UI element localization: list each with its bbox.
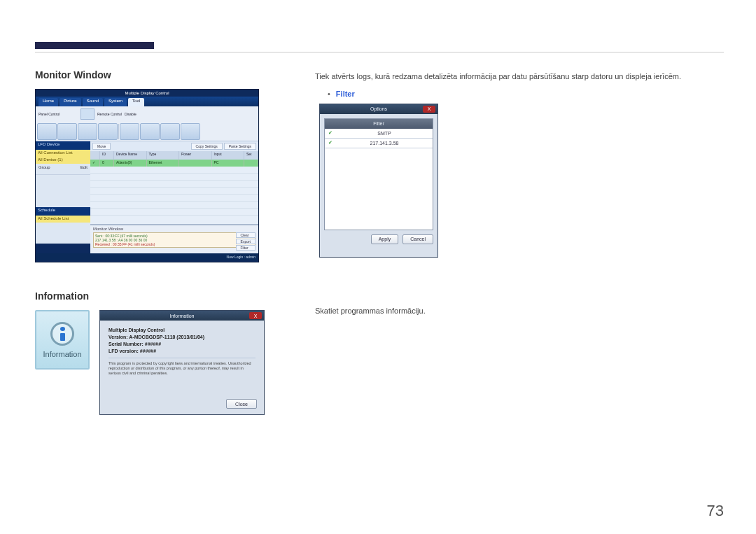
filter-row[interactable]: ✔ SMTP bbox=[325, 129, 433, 139]
sidebar-lfd-header[interactable]: LFD Device bbox=[36, 141, 90, 150]
info-dialog-title-text: Information bbox=[169, 314, 194, 318]
reset-system-button[interactable] bbox=[78, 123, 97, 140]
section-title-information: Information bbox=[35, 290, 294, 302]
sidebar: LFD Device All Connection List All Devic… bbox=[36, 141, 90, 253]
filter-row-label: 217.141.3.58 bbox=[336, 141, 433, 146]
tab-home[interactable]: Home bbox=[38, 98, 58, 106]
sidebar-all-connection[interactable]: All Connection List bbox=[36, 150, 90, 157]
disclaimer-text: This program is protected by copyright l… bbox=[108, 358, 255, 376]
close-button[interactable]: X bbox=[249, 312, 262, 319]
product-name: Multiple Display Control bbox=[108, 328, 255, 332]
info-icon bbox=[50, 322, 74, 346]
table-header: ID Device Name Type Power Input Set bbox=[90, 151, 258, 160]
monitor-window-description: Tiek atvērts logs, kurā redzama detalizē… bbox=[315, 71, 724, 83]
status-login: Now Login : admin bbox=[227, 255, 255, 259]
paste-settings-button[interactable]: Paste Settings bbox=[224, 143, 256, 150]
filter-row[interactable]: ✔ 217.141.3.58 bbox=[325, 139, 433, 148]
check-icon: ✔ bbox=[325, 130, 336, 136]
panel-control-field[interactable] bbox=[80, 108, 94, 120]
filter-dialog-title: Options X bbox=[320, 104, 438, 114]
section-title-monitor: Monitor Window bbox=[35, 69, 294, 80]
filter-dialog-buttons: Apply Cancel bbox=[324, 234, 433, 244]
filter-button[interactable]: Filter bbox=[236, 245, 255, 251]
monitor-window-button[interactable] bbox=[160, 123, 180, 140]
sidebar-group[interactable]: Group Edit bbox=[36, 164, 90, 175]
table-row-empty bbox=[90, 188, 258, 195]
cell-device: Atlantis(0) bbox=[114, 160, 147, 167]
group-label: Group bbox=[38, 165, 50, 169]
th-set[interactable]: Set bbox=[244, 151, 258, 160]
th-power[interactable]: Power bbox=[179, 151, 212, 160]
reset-all-button[interactable] bbox=[98, 123, 118, 140]
version-line: Version: A-MDCBGDSP-1110 (2013/01/04) bbox=[108, 335, 255, 339]
info-dialog-title: Information X bbox=[100, 311, 264, 321]
ribbon-sep bbox=[118, 124, 119, 139]
header-accent bbox=[35, 42, 154, 49]
sidebar-all-device[interactable]: All Device (1) bbox=[36, 157, 90, 164]
reset-sound-button[interactable] bbox=[57, 123, 77, 140]
monitor-log[interactable]: Sent : 00:33:FF (67 milli seconds) 217.1… bbox=[93, 232, 255, 248]
reset-picture-button[interactable] bbox=[37, 123, 57, 140]
table-row[interactable]: ✓ 0 Atlantis(0) Ethernet PC bbox=[90, 160, 258, 167]
edit-button[interactable]: Edit bbox=[80, 165, 88, 169]
option-button[interactable] bbox=[120, 123, 139, 140]
tab-tool[interactable]: Tool bbox=[128, 98, 144, 106]
information-description: Skatiet programmas informāciju. bbox=[315, 305, 724, 317]
sidebar-spacer2 bbox=[36, 223, 90, 244]
sidebar-all-schedule[interactable]: All Schedule List bbox=[36, 216, 90, 223]
monitor-panel-title: Monitor Window bbox=[90, 225, 258, 232]
information-dialog: Information X Multiple Display Control V… bbox=[99, 310, 265, 415]
disable-label: Disable bbox=[125, 112, 136, 116]
bullet-icon bbox=[328, 90, 330, 98]
tab-picture[interactable]: Picture bbox=[59, 98, 81, 106]
cell-input: PC bbox=[212, 160, 245, 167]
th-id[interactable]: ID bbox=[100, 151, 114, 160]
close-button[interactable]: X bbox=[423, 106, 435, 113]
table-row-empty bbox=[90, 167, 258, 174]
cell-power bbox=[179, 160, 212, 167]
filter-table: Filter ✔ SMTP ✔ 217.141.3.58 bbox=[324, 118, 433, 230]
export-button[interactable]: Export bbox=[236, 239, 255, 244]
main-panel: Move Copy Settings Paste Settings ID Dev… bbox=[90, 141, 258, 253]
edit-column-button[interactable] bbox=[140, 123, 160, 140]
header-rule bbox=[35, 52, 724, 52]
table-row-empty bbox=[90, 209, 258, 216]
sidebar-spacer bbox=[36, 175, 90, 207]
tab-sound[interactable]: Sound bbox=[83, 98, 103, 106]
th-device[interactable]: Device Name bbox=[114, 151, 147, 160]
tab-system[interactable]: System bbox=[104, 98, 127, 106]
log-addr2: 217.141.3.58 : 8A 36 00 00 36 00 AA FF 0… bbox=[95, 246, 182, 248]
cell-id: 0 bbox=[100, 160, 114, 167]
cell-set bbox=[244, 160, 258, 167]
filter-label: Filter bbox=[336, 90, 355, 98]
th-input[interactable]: Input bbox=[212, 151, 245, 160]
status-bar: Now Login : admin bbox=[36, 253, 258, 260]
copy-settings-button[interactable]: Copy Settings bbox=[191, 143, 223, 150]
cell-type: Ethernet bbox=[147, 160, 180, 167]
th-type[interactable]: Type bbox=[147, 151, 180, 160]
panel-controls-row: Panel Control Remote Control Disable bbox=[36, 106, 258, 122]
information-icon-tile[interactable]: Information bbox=[35, 310, 90, 370]
main-toolbar: Move Copy Settings Paste Settings bbox=[90, 141, 258, 151]
monitor-app-window: Multiple Display Control Home Picture So… bbox=[35, 89, 259, 262]
app-tabs: Home Picture Sound System Tool bbox=[36, 97, 258, 106]
table-row-empty bbox=[90, 195, 258, 202]
clear-button[interactable]: Clear bbox=[236, 232, 255, 238]
move-button[interactable]: Move bbox=[92, 143, 111, 150]
cancel-button[interactable]: Cancel bbox=[402, 234, 433, 244]
app-titlebar: Multiple Display Control bbox=[36, 90, 258, 97]
monitor-panel: Monitor Window Sent : 00:33:FF (67 milli… bbox=[90, 224, 258, 253]
sidebar-schedule-header[interactable]: Schedule bbox=[36, 207, 90, 216]
information-button[interactable] bbox=[181, 123, 200, 140]
ribbon bbox=[36, 122, 258, 141]
filter-row-label: SMTP bbox=[336, 131, 433, 136]
table-row-empty bbox=[90, 174, 258, 181]
close-dialog-button[interactable]: Close bbox=[226, 399, 257, 409]
info-icon-label: Information bbox=[43, 350, 81, 358]
filter-title-text: Options bbox=[370, 106, 387, 111]
monitor-buttons: Clear Export Filter bbox=[236, 232, 255, 251]
app-body: LFD Device All Connection List All Devic… bbox=[36, 141, 258, 253]
apply-button[interactable]: Apply bbox=[371, 234, 399, 244]
lfd-version-line: LFD version: ###### bbox=[108, 349, 255, 353]
filter-dialog: Options X Filter ✔ SMTP ✔ 217.141.3.58 bbox=[319, 104, 438, 258]
